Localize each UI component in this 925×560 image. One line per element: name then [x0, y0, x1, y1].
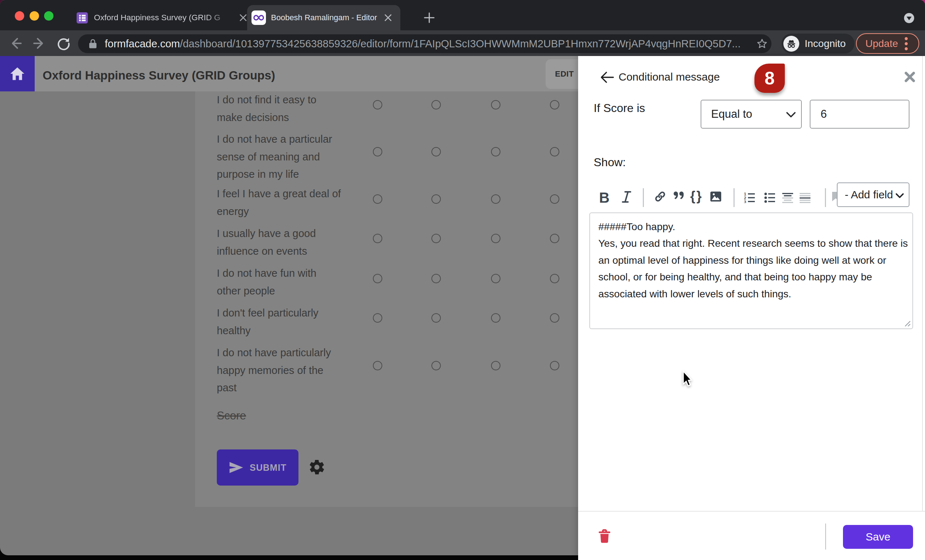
svg-text:3: 3 — [744, 200, 746, 203]
